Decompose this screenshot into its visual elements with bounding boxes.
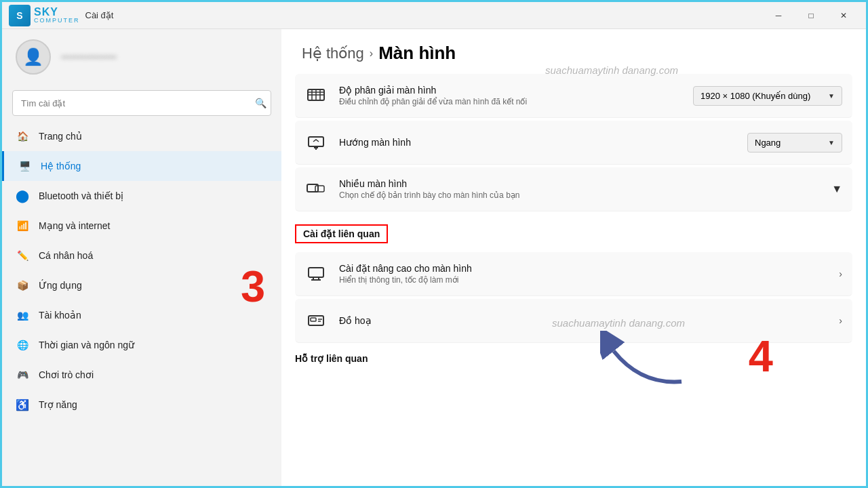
settings-item-title: Độ phân giải màn hình [339,85,681,96]
settings-item-title: Hướng màn hình [339,137,735,148]
close-button[interactable]: ✕ [828,5,859,26]
sidebar-item-label: Chơi trò chơi [39,369,94,380]
avatar: 👤 [16,39,51,75]
sidebar-item-ung-dung[interactable]: 📦 Ứng dụng [2,270,281,300]
chevron-down-icon: ▼ [831,183,842,195]
search-icon[interactable]: 🔍 [255,98,267,108]
related-settings-list: Cài đặt nâng cao cho màn hình Hiển thị t… [281,252,866,343]
sidebar-nav: 🏠 Trang chủ 🖥️ Hệ thống ⬤ Bluetooth và t… [2,121,281,420]
settings-item-text: Độ phân giải màn hình Điều chỉnh độ phân… [339,85,681,106]
personalize-icon: ✏️ [16,249,29,262]
svg-rect-12 [309,268,323,277]
main-container: 👤 •••••••••••••••••• 🔍 🏠 Trang chủ 🖥️ Hệ… [2,29,866,488]
orientation-dropdown[interactable]: Ngang ▼ [747,133,842,152]
title-bar-title: Cài đặt [85,10,114,20]
settings-item-control: Ngang ▼ [747,133,842,152]
resolution-dropdown[interactable]: 1920 × 1080 (Khuyến dùng) ▼ [693,86,842,106]
account-icon: 👥 [16,308,29,322]
settings-item-control: › [839,268,842,279]
username: •••••••••••••••••• [61,52,117,62]
support-header: Hỗ trợ liên quan [295,353,852,364]
sidebar-item-label: Ứng dụng [39,280,82,291]
advanced-display-icon [305,263,327,285]
settings-item-text: Cài đặt nâng cao cho màn hình Hiển thị t… [339,263,827,285]
settings-item-text: Nhiều màn hình Chọn chế độ bản trình bày… [339,178,819,200]
system-icon: 🖥️ [18,159,31,173]
network-icon: 📶 [16,219,29,232]
sidebar-item-bluetooth[interactable]: ⬤ Bluetooth và thiết bị [2,181,281,211]
chevron-down-icon: ▼ [828,139,835,146]
resolution-icon [305,85,327,106]
sidebar-item-label: Thời gian và ngôn ngữ [39,340,134,350]
sidebar-item-he-thong[interactable]: 🖥️ Hệ thống [2,151,281,181]
settings-item-desc: Chọn chế độ bản trình bày cho màn hình c… [339,190,819,200]
settings-item-control: ▼ [831,183,842,195]
title-bar-left: S SKY COMPUTER Cài đặt [9,5,113,26]
sidebar-item-choi-tro-choi[interactable]: 🎮 Chơi trò chơi [2,360,281,390]
svg-rect-17 [311,318,316,321]
svg-rect-11 [315,186,324,192]
sidebar: 👤 •••••••••••••••••• 🔍 🏠 Trang chủ 🖥️ Hệ… [2,29,281,488]
sidebar-item-label: Bluetooth và thiết bị [39,190,123,201]
breadcrumb-current: Màn hình [378,43,456,64]
settings-item-nhieu-man-hinh[interactable]: Nhiều màn hình Chọn chế độ bản trình bày… [295,167,852,211]
breadcrumb-separator: › [370,47,373,60]
orientation-icon [305,131,327,153]
svg-rect-6 [309,137,323,146]
chevron-right-icon: › [839,268,842,279]
settings-item-text: Hướng màn hình [339,137,735,148]
chevron-right-icon: › [839,315,842,326]
sidebar-item-label: Cá nhân hoá [39,250,93,261]
settings-item-title: Đồ hoạ [339,315,827,326]
graphics-icon [305,310,327,331]
content-area: Hệ thống › Màn hình Đ [281,29,866,488]
settings-item-title: Cài đặt nâng cao cho màn hình [339,263,827,274]
settings-item-do-phan-giai[interactable]: Độ phân giải màn hình Điều chỉnh độ phân… [295,74,852,118]
sidebar-item-ca-nhan[interactable]: ✏️ Cá nhân hoá [2,241,281,270]
title-bar: S SKY COMPUTER Cài đặt ─ □ ✕ [2,2,866,29]
related-settings-header: Cài đặt liên quan [295,224,388,243]
logo-sky: SKY [34,6,80,18]
settings-list: Độ phân giải màn hình Điều chỉnh độ phân… [281,74,866,211]
settings-item-desc: Hiển thị thông tin, tốc độ làm mới [339,275,827,285]
sidebar-item-tai-khoan[interactable]: 👥 Tài khoản [2,300,281,330]
sidebar-item-trang-chu[interactable]: 🏠 Trang chủ [2,121,281,151]
apps-icon: 📦 [16,279,29,292]
settings-item-huong[interactable]: Hướng màn hình Ngang ▼ [295,121,852,165]
logo-computer: COMPUTER [34,18,80,24]
settings-item-title: Nhiều màn hình [339,178,819,189]
settings-item-cai-dat-nang-cao[interactable]: Cài đặt nâng cao cho màn hình Hiển thị t… [295,252,852,296]
language-icon: 🌐 [16,338,29,352]
user-profile: 👤 •••••••••••••••••• [2,29,281,85]
minimize-button[interactable]: ─ [763,5,794,26]
sidebar-item-label: Tài khoản [39,310,81,321]
sidebar-item-label: Trợ năng [39,399,77,410]
sidebar-item-label: Trang chủ [39,131,82,142]
sidebar-item-label: Mạng và internet [39,220,111,231]
maximize-button[interactable]: □ [795,5,827,26]
settings-item-text: Đồ hoạ [339,315,827,326]
avatar-icon: 👤 [23,47,43,66]
logo-area: S SKY COMPUTER [9,5,80,26]
settings-item-do-hoa[interactable]: Đồ hoạ › [295,299,852,343]
sidebar-item-label: Hệ thống [41,161,81,171]
sidebar-item-thoi-gian[interactable]: 🌐 Thời gian và ngôn ngữ [2,330,281,360]
settings-item-control: › [839,315,842,326]
sidebar-item-tro-nang[interactable]: ♿ Trợ năng [2,390,281,420]
bluetooth-icon: ⬤ [16,189,29,203]
search-input[interactable] [12,90,271,116]
chevron-down-icon: ▼ [828,92,835,100]
search-container: 🔍 [2,85,281,121]
breadcrumb-parent: Hệ thống [302,45,364,62]
home-icon: 🏠 [16,129,29,143]
logo-icon: S [9,5,31,26]
sidebar-item-mang[interactable]: 📶 Mạng và internet [2,211,281,241]
gaming-icon: 🎮 [16,368,29,382]
window-controls: ─ □ ✕ [763,5,859,26]
logo-text: SKY COMPUTER [34,6,80,24]
accessibility-icon: ♿ [16,398,29,411]
settings-item-control: 1920 × 1080 (Khuyến dùng) ▼ [693,86,842,106]
multi-display-icon [305,178,327,200]
breadcrumb: Hệ thống › Màn hình [281,29,866,74]
settings-item-desc: Điều chỉnh độ phân giải để vừa màn hình … [339,97,681,106]
